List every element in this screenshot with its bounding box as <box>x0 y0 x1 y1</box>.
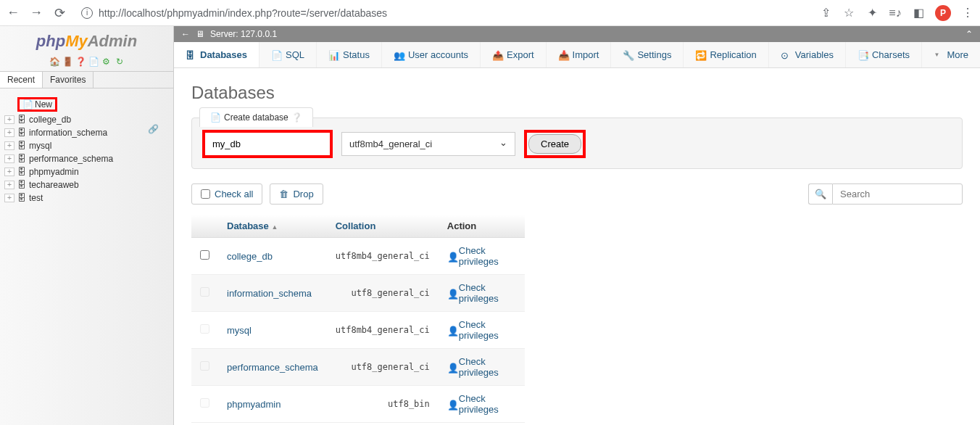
users-icon: 👥 <box>394 50 404 60</box>
sql-icon: 📄 <box>271 50 281 60</box>
tree-db-item[interactable]: +🗄mysql <box>4 139 169 152</box>
check-privileges-link[interactable]: 👤 Check privileges <box>447 245 516 267</box>
check-privileges-link[interactable]: 👤 Check privileges <box>447 282 516 304</box>
nav-back-icon[interactable]: ← <box>181 29 190 39</box>
tab-export[interactable]: 📤Export <box>481 42 547 67</box>
collation-value: utf8mb4_general_ci <box>327 238 439 275</box>
docs-icon[interactable]: ❓ <box>75 57 86 67</box>
tab-favorites[interactable]: Favorites <box>43 72 94 88</box>
panel-icon[interactable]: ◧ <box>912 7 925 20</box>
menu-icon[interactable]: ⋮ <box>961 7 974 20</box>
expand-icon[interactable]: + <box>4 141 14 150</box>
create-button[interactable]: Create <box>528 134 581 154</box>
column-collation[interactable]: Collation <box>327 215 439 238</box>
tree-db-item[interactable]: +🗄test <box>4 191 169 205</box>
tab-user-accounts[interactable]: 👥User accounts <box>382 42 481 67</box>
tab-recent[interactable]: Recent <box>0 72 43 88</box>
profile-avatar[interactable]: P <box>935 5 951 21</box>
collation-select[interactable]: utf8mb4_general_ci <box>341 132 515 156</box>
expand-icon[interactable]: + <box>4 194 14 202</box>
expand-icon[interactable]: + <box>4 154 14 163</box>
database-link[interactable]: information_schema <box>227 288 312 299</box>
back-button[interactable]: ← <box>6 6 20 20</box>
collapse-icon[interactable]: ⌃ <box>966 29 973 39</box>
row-checkbox[interactable] <box>200 287 209 297</box>
db-icon: 🗄 <box>17 193 26 203</box>
tab-status[interactable]: 📊Status <box>317 42 382 67</box>
tree-db-item[interactable]: +🗄phpmyadmin <box>4 165 169 178</box>
expand-icon[interactable]: + <box>4 181 14 189</box>
site-info-icon[interactable]: i <box>81 7 93 19</box>
table-row: information_schemautf8_general_ci👤 Check… <box>191 275 525 312</box>
check-privileges-link[interactable]: 👤 Check privileges <box>447 356 516 378</box>
import-icon: 📥 <box>558 50 568 60</box>
table-toolbar: Check all 🗑 Drop 🔍 <box>191 183 963 205</box>
reload-nav-icon[interactable]: ↻ <box>115 57 125 67</box>
replication-icon: 🔁 <box>695 50 705 60</box>
check-all-checkbox[interactable] <box>201 189 210 199</box>
row-checkbox[interactable] <box>200 398 209 408</box>
logout-icon[interactable]: 🚪 <box>62 57 72 67</box>
home-icon[interactable]: 🏠 <box>49 57 59 67</box>
privileges-icon: 👤 <box>447 363 456 371</box>
database-link[interactable]: college_db <box>227 251 273 262</box>
tab-databases[interactable]: 🗄Databases <box>174 42 259 67</box>
database-link[interactable]: performance_schema <box>227 362 318 373</box>
bookmark-icon[interactable]: ☆ <box>842 7 855 20</box>
check-privileges-link[interactable]: 👤 Check privileges <box>447 319 516 341</box>
row-checkbox[interactable] <box>200 361 209 371</box>
tree-db-item[interactable]: +🗄college_db <box>4 113 169 126</box>
tab-import[interactable]: 📥Import <box>547 42 612 67</box>
add-db-icon: 📄 <box>210 112 221 123</box>
tree-db-item[interactable]: +🗄performance_schema <box>4 152 169 165</box>
database-name-input[interactable] <box>202 130 333 158</box>
sidebar-quick-icons: 🏠 🚪 ❓ 📄 ⚙ ↻ <box>0 54 173 71</box>
tab-sql[interactable]: 📄SQL <box>259 42 317 67</box>
database-link[interactable]: phpmyadmin <box>227 399 281 410</box>
expand-icon[interactable]: + <box>4 115 14 124</box>
expand-icon[interactable]: + <box>4 128 14 137</box>
page-title: Databases <box>191 83 963 103</box>
collation-value: utf8_general_ci <box>327 349 439 386</box>
playlist-icon[interactable]: ≡♪ <box>889 7 902 20</box>
db-tree: 📄New +🗄college_db +🗄information_schema +… <box>0 88 173 212</box>
tab-more[interactable]: More <box>922 42 980 67</box>
phpmyadmin-logo[interactable]: phpMyAdmin <box>0 26 173 54</box>
main-content: ← 🖥 Server: 127.0.0.1 ⌃ 🗄Databases 📄SQL … <box>174 26 980 425</box>
tab-charsets[interactable]: 📑Charsets <box>846 42 922 67</box>
tab-settings[interactable]: 🔧Settings <box>611 42 684 67</box>
tab-replication[interactable]: 🔁Replication <box>684 42 768 67</box>
privileges-icon: 👤 <box>447 400 456 408</box>
check-all-button[interactable]: Check all <box>191 183 262 205</box>
share-icon[interactable]: ⇪ <box>819 7 832 20</box>
server-label[interactable]: Server: 127.0.0.1 <box>210 29 277 39</box>
collation-value: utf8_bin <box>327 386 439 423</box>
search-icon[interactable]: 🔍 <box>808 183 832 205</box>
drop-button[interactable]: 🗑 Drop <box>270 183 323 205</box>
help-icon[interactable]: ❔ <box>291 112 302 123</box>
server-icon: 🖥 <box>196 29 204 39</box>
database-link[interactable]: mysql <box>227 325 252 336</box>
row-checkbox[interactable] <box>200 324 209 334</box>
tab-variables[interactable]: ⊙Variables <box>769 42 846 67</box>
search-input[interactable] <box>832 183 963 205</box>
tree-db-item[interactable]: +🗄information_schema <box>4 126 169 139</box>
db-icon: 🗄 <box>17 180 26 190</box>
tree-new[interactable]: 📄New <box>4 96 169 113</box>
variables-icon: ⊙ <box>781 50 791 60</box>
check-privileges-link[interactable]: 👤 Check privileges <box>447 393 516 415</box>
settings-icon[interactable]: ⚙ <box>101 57 112 67</box>
column-database[interactable]: Database ▲ <box>218 215 327 238</box>
url-bar[interactable]: i http://localhost/phpmyadmin/index.php?… <box>75 7 810 19</box>
link-icon[interactable]: 🔗 <box>148 124 159 134</box>
export-icon: 📤 <box>492 50 502 60</box>
url-text: http://localhost/phpmyadmin/index.php?ro… <box>99 7 387 19</box>
sort-asc-icon: ▲ <box>271 223 278 231</box>
expand-icon[interactable]: + <box>4 168 14 176</box>
row-checkbox[interactable] <box>200 250 209 260</box>
extensions-icon[interactable]: ✦ <box>865 7 879 20</box>
sql-icon[interactable]: 📄 <box>88 57 99 67</box>
forward-button[interactable]: → <box>29 6 43 20</box>
tree-db-item[interactable]: +🗄techareaweb <box>4 178 169 191</box>
reload-button[interactable]: ⟳ <box>52 6 67 20</box>
